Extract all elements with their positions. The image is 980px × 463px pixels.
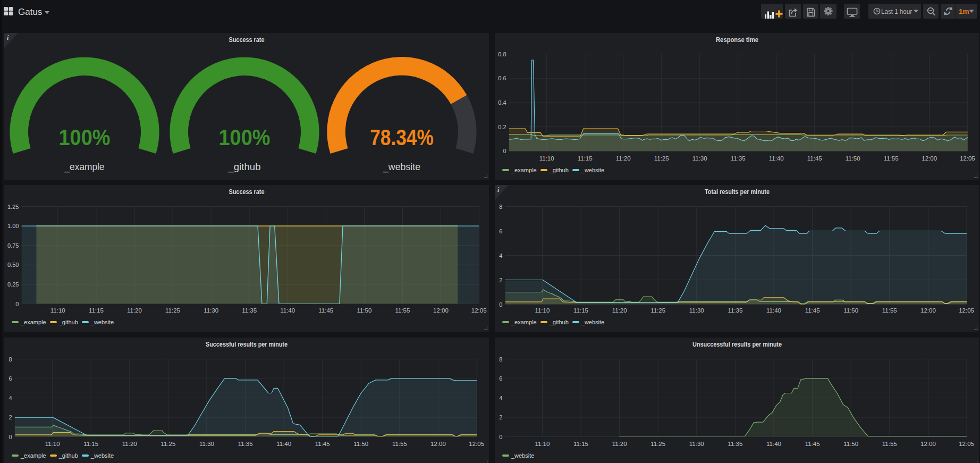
svg-text:4: 4 <box>9 395 12 401</box>
svg-text:11:20: 11:20 <box>127 307 142 314</box>
svg-text:11:50: 11:50 <box>353 441 368 447</box>
svg-text:11:45: 11:45 <box>805 307 820 314</box>
svg-text:11:10: 11:10 <box>50 307 65 314</box>
svg-text:11:55: 11:55 <box>884 155 899 162</box>
svg-text:12:05: 12:05 <box>959 307 974 314</box>
svg-text:11:15: 11:15 <box>573 441 588 447</box>
svg-text:11:55: 11:55 <box>392 441 407 447</box>
svg-text:0.2: 0.2 <box>498 124 506 130</box>
svg-text:Last 1 hour: Last 1 hour <box>881 7 913 15</box>
svg-text:11:40: 11:40 <box>769 155 784 162</box>
svg-text:11:55: 11:55 <box>882 307 897 314</box>
svg-text:11:55: 11:55 <box>395 307 410 314</box>
svg-text:11:25: 11:25 <box>650 441 665 447</box>
svg-text:11:15: 11:15 <box>89 307 104 314</box>
svg-text:Response time: Response time <box>716 36 758 44</box>
svg-text:0: 0 <box>9 434 12 440</box>
svg-text:11:40: 11:40 <box>766 307 781 314</box>
svg-text:11:35: 11:35 <box>731 155 746 162</box>
svg-text:11:40: 11:40 <box>766 441 781 447</box>
svg-text:12:00: 12:00 <box>920 441 936 447</box>
svg-text:11:30: 11:30 <box>689 441 704 447</box>
svg-text:100%: 100% <box>59 124 111 150</box>
svg-text:11:20: 11:20 <box>612 307 627 314</box>
svg-text:11:35: 11:35 <box>242 307 257 314</box>
svg-text:0.6: 0.6 <box>498 75 506 81</box>
svg-text:11:25: 11:25 <box>165 307 180 314</box>
svg-text:11:15: 11:15 <box>578 155 593 162</box>
svg-text:2: 2 <box>499 414 502 420</box>
svg-text:11:20: 11:20 <box>616 155 631 162</box>
svg-text:11:10: 11:10 <box>539 155 554 162</box>
svg-text:11:30: 11:30 <box>689 307 704 314</box>
svg-text:78.34%: 78.34% <box>370 124 434 150</box>
svg-text:12:05: 12:05 <box>960 155 975 162</box>
svg-text:4: 4 <box>499 252 502 259</box>
svg-text:12:00: 12:00 <box>433 307 449 314</box>
svg-text:6: 6 <box>9 375 12 382</box>
svg-text:8: 8 <box>499 356 502 363</box>
svg-text:11:15: 11:15 <box>83 441 98 447</box>
svg-text:11:25: 11:25 <box>654 155 669 162</box>
svg-text:12:00: 12:00 <box>922 155 937 162</box>
svg-text:0: 0 <box>503 148 506 154</box>
svg-text:6: 6 <box>499 228 502 234</box>
svg-text:_example: _example <box>64 161 105 173</box>
svg-text:11:15: 11:15 <box>573 307 588 314</box>
svg-text:11:30: 11:30 <box>692 155 707 162</box>
svg-text:11:50: 11:50 <box>357 307 371 314</box>
svg-text:11:45: 11:45 <box>318 307 333 314</box>
svg-text:0.8: 0.8 <box>498 51 506 57</box>
svg-text:11:20: 11:20 <box>612 441 627 447</box>
svg-text:Successful results per minute: Successful results per minute <box>206 340 288 348</box>
svg-text:11:20: 11:20 <box>122 441 137 447</box>
svg-text:11:35: 11:35 <box>728 307 742 314</box>
svg-text:11:35: 11:35 <box>238 441 253 447</box>
svg-text:Unsuccessful results per minut: Unsuccessful results per minute <box>692 340 782 348</box>
svg-text:11:50: 11:50 <box>843 307 858 314</box>
svg-text:11:10: 11:10 <box>45 441 60 447</box>
svg-text:0.75: 0.75 <box>7 242 19 249</box>
svg-text:11:45: 11:45 <box>315 441 330 447</box>
svg-text:4: 4 <box>499 395 502 401</box>
svg-text:11:45: 11:45 <box>805 441 820 447</box>
svg-text:1.00: 1.00 <box>7 223 19 229</box>
svg-text:11:50: 11:50 <box>846 155 860 162</box>
svg-text:12:05: 12:05 <box>469 441 484 447</box>
svg-text:0.25: 0.25 <box>7 281 19 288</box>
svg-text:2: 2 <box>9 414 12 420</box>
svg-text:1.25: 1.25 <box>7 204 19 210</box>
svg-text:0.4: 0.4 <box>498 99 506 106</box>
svg-text:_github: _github <box>228 161 261 173</box>
svg-text:0: 0 <box>499 301 502 308</box>
svg-text:Success rate: Success rate <box>229 36 265 44</box>
svg-text:11:10: 11:10 <box>535 307 550 314</box>
svg-text:0: 0 <box>499 434 502 440</box>
svg-text:0: 0 <box>15 301 19 307</box>
svg-text:11:10: 11:10 <box>535 441 550 447</box>
svg-text:11:25: 11:25 <box>160 441 175 447</box>
svg-text:11:30: 11:30 <box>204 307 218 314</box>
svg-text:11:55: 11:55 <box>882 441 897 447</box>
svg-text:6: 6 <box>499 375 502 382</box>
svg-text:12:05: 12:05 <box>959 441 974 447</box>
svg-text:12:05: 12:05 <box>471 307 487 314</box>
svg-text:Total results per minute: Total results per minute <box>705 188 770 196</box>
svg-text:Success rate: Success rate <box>229 188 265 196</box>
svg-text:2: 2 <box>499 277 502 283</box>
svg-text:11:25: 11:25 <box>650 307 665 314</box>
svg-text:1m: 1m <box>959 7 969 15</box>
svg-text:8: 8 <box>499 204 502 210</box>
svg-text:11:35: 11:35 <box>728 441 742 447</box>
svg-text:11:40: 11:40 <box>276 441 291 447</box>
svg-text:12:00: 12:00 <box>920 307 936 314</box>
svg-text:0.50: 0.50 <box>7 262 19 268</box>
svg-text:11:30: 11:30 <box>199 441 214 447</box>
svg-text:100%: 100% <box>219 124 271 150</box>
svg-text:8: 8 <box>9 356 12 363</box>
svg-text:12:00: 12:00 <box>430 441 446 447</box>
svg-text:11:50: 11:50 <box>843 441 858 447</box>
svg-text:11:40: 11:40 <box>280 307 295 314</box>
svg-text:_website: _website <box>383 161 420 173</box>
svg-text:11:45: 11:45 <box>807 155 822 162</box>
